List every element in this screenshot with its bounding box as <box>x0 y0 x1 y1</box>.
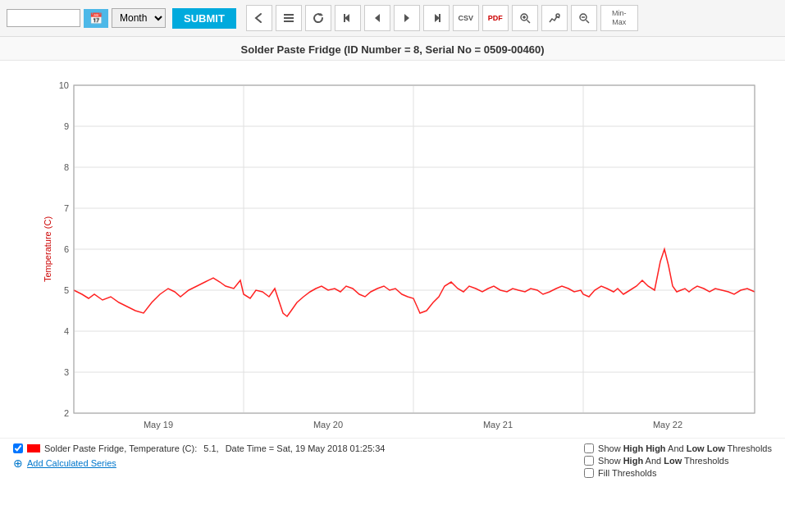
svg-text:2: 2 <box>64 408 69 418</box>
back-btn[interactable] <box>246 5 272 31</box>
svg-marker-6 <box>375 14 380 22</box>
svg-text:Temperature (C): Temperature (C) <box>43 216 52 282</box>
svg-text:5: 5 <box>64 285 69 295</box>
threshold-high-item: Show High And Low Thresholds <box>584 456 728 466</box>
threshold-high-label: Show High And Low Thresholds <box>598 456 728 466</box>
date-input[interactable]: 2018-05-09 <box>7 9 80 27</box>
svg-point-14 <box>556 14 559 17</box>
toolbar: 2018-05-09 📅 Day Week Month Year SUBMIT … <box>0 0 785 37</box>
svg-marker-7 <box>404 14 409 22</box>
threshold-fill-label: Fill Thresholds <box>598 468 656 478</box>
next-btn[interactable] <box>394 5 420 31</box>
add-icon: ⊕ <box>13 457 23 470</box>
threshold-highhigh-label: Show High High And Low Low Thresholds <box>598 443 772 453</box>
svg-text:4: 4 <box>64 326 69 336</box>
zoom-out-btn[interactable] <box>571 5 597 31</box>
add-series-item[interactable]: ⊕ Add Calculated Series <box>13 457 584 470</box>
legend-left: Solder Paste Fridge, Temperature (C): 5.… <box>13 443 584 470</box>
svg-text:May 22: May 22 <box>653 420 682 430</box>
legend-area: Solder Paste Fridge, Temperature (C): 5.… <box>0 438 785 481</box>
chart-title: Solder Paste Fridge (ID Number = 8, Seri… <box>0 37 785 61</box>
series-datetime: Date Time = Sat, 19 May 2018 01:25:34 <box>226 443 386 453</box>
svg-rect-5 <box>344 14 345 22</box>
svg-rect-0 <box>284 14 294 16</box>
chart-container: 10 9 8 7 6 5 4 3 2 May 19 May 20 May 21 … <box>0 61 785 438</box>
series-label: Solder Paste Fridge, Temperature (C): <box>44 443 197 453</box>
svg-rect-9 <box>439 14 440 22</box>
submit-button[interactable]: SUBMIT <box>172 8 236 29</box>
layers-btn[interactable] <box>276 5 302 31</box>
svg-text:May 21: May 21 <box>483 420 513 430</box>
legend-right: Show High High And Low Low Thresholds Sh… <box>584 443 772 478</box>
skip-start-btn[interactable] <box>335 5 361 31</box>
csv-btn[interactable]: CSV <box>453 5 479 31</box>
series-value: 5.1, <box>203 443 218 453</box>
skip-end-btn[interactable] <box>423 5 450 31</box>
prev-btn[interactable] <box>364 5 390 31</box>
svg-text:6: 6 <box>64 244 69 254</box>
svg-line-11 <box>527 20 530 24</box>
svg-rect-1 <box>284 17 294 19</box>
svg-rect-2 <box>284 20 294 22</box>
threshold-fill-checkbox[interactable] <box>584 468 594 478</box>
series-color-swatch <box>27 444 40 452</box>
threshold-fill-item: Fill Thresholds <box>584 468 656 478</box>
svg-text:3: 3 <box>64 367 69 377</box>
chart-svg: 10 9 8 7 6 5 4 3 2 May 19 May 20 May 21 … <box>41 69 771 430</box>
svg-text:May 20: May 20 <box>313 420 343 430</box>
svg-text:9: 9 <box>64 121 69 131</box>
pdf-btn[interactable]: PDF <box>482 5 509 31</box>
svg-text:8: 8 <box>64 162 69 172</box>
add-series-label[interactable]: Add Calculated Series <box>27 458 116 468</box>
refresh-btn[interactable] <box>305 5 331 31</box>
zoom-in-btn[interactable] <box>512 5 538 31</box>
series-legend-item: Solder Paste Fridge, Temperature (C): 5.… <box>13 443 584 453</box>
threshold-high-checkbox[interactable] <box>584 456 594 466</box>
period-select[interactable]: Day Week Month Year <box>112 8 166 28</box>
svg-text:May 19: May 19 <box>144 420 173 430</box>
zoom-chart-btn[interactable] <box>541 5 568 31</box>
series-checkbox[interactable] <box>13 443 23 453</box>
minmax-btn[interactable]: Min-Max <box>600 5 638 31</box>
svg-text:7: 7 <box>64 203 69 213</box>
threshold-highhigh-item: Show High High And Low Low Thresholds <box>584 443 772 453</box>
calendar-button[interactable]: 📅 <box>84 9 108 28</box>
svg-text:10: 10 <box>59 80 69 90</box>
svg-line-16 <box>586 20 589 24</box>
threshold-highhigh-checkbox[interactable] <box>584 443 594 453</box>
